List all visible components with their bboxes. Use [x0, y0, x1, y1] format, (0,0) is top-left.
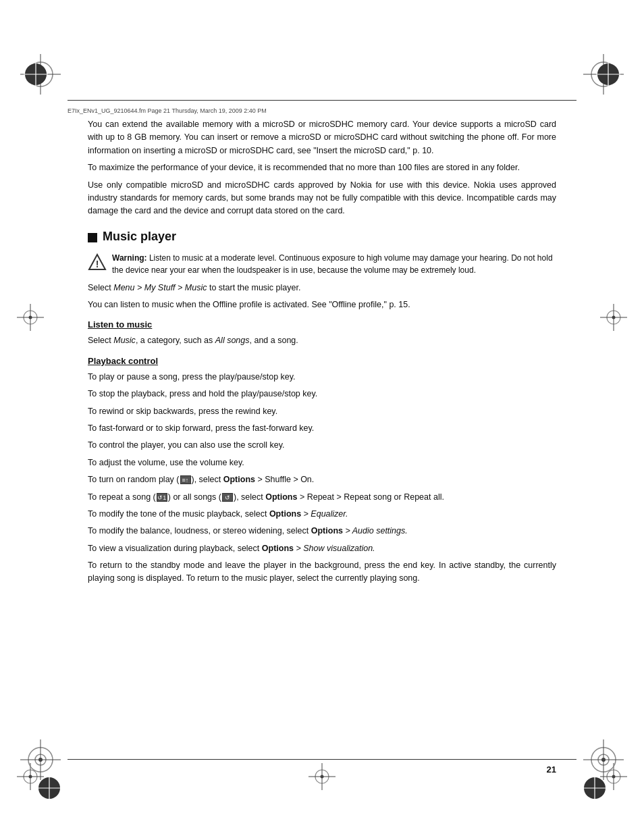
warning-text-block: Warning: Listen to music at a moderate l…	[112, 252, 556, 276]
shuffle-icon: ≡↑	[180, 475, 191, 484]
playback-line-1: To play or pause a song, press the play/…	[88, 371, 556, 384]
eq-options: Options	[269, 509, 301, 519]
svg-text:!: !	[96, 259, 99, 269]
repeat-all-icon: ↺	[222, 493, 233, 502]
page-number: 21	[547, 764, 556, 775]
music-player-heading: Music player	[88, 228, 556, 246]
visual-line: To view a visualization during playback,…	[88, 542, 556, 555]
side-mark-right	[600, 304, 627, 331]
main-content: You can extend the available memory with…	[88, 118, 556, 753]
header-bar-text: E7Ix_ENv1_UG_9210644.fm Page 21 Thursday…	[68, 107, 267, 114]
warning-body: Listen to music at a moderate level. Con…	[112, 253, 553, 275]
visual-end: > Show visualization.	[294, 544, 375, 553]
repeat-line: To repeat a song (↺1) or all songs (↺), …	[88, 491, 556, 504]
para3: Use only compatible microSD and microSDH…	[88, 179, 556, 218]
corner-mark-br	[583, 739, 624, 780]
para2: To maximize the performance of your devi…	[88, 161, 556, 174]
offline-note: You can listen to music when the Offline…	[88, 298, 556, 311]
audio-end: > Audio settings.	[343, 526, 408, 536]
repeat-song-icon: ↺1	[157, 493, 167, 502]
shuffle-options: Options	[223, 475, 255, 484]
audio-line: To modify the balance, loudness, or ster…	[88, 525, 556, 538]
music-label: Music	[113, 336, 136, 345]
eq-end: > Equalizer.	[301, 509, 348, 519]
visual-options: Options	[262, 544, 294, 553]
audio-options: Options	[311, 526, 343, 536]
playback-line-6: To adjust the volume, use the volume key…	[88, 457, 556, 469]
all-songs-label: All songs	[215, 336, 250, 345]
select-menu-path: Menu > My Stuff > Music	[113, 283, 207, 292]
corner-circle-tl	[24, 62, 48, 86]
playback-line-3: To rewind or skip backwards, press the r…	[88, 405, 556, 418]
warning-triangle-icon: !	[88, 253, 107, 272]
bottom-mark-center	[308, 763, 336, 790]
select-menu-line: Select Menu > My Stuff > Music to start …	[88, 282, 556, 294]
standby-text: To return to the standby mode and leave …	[88, 559, 556, 585]
side-mark-left	[17, 304, 44, 331]
listen-heading: Listen to music	[88, 318, 556, 332]
para1: You can extend the available memory with…	[88, 118, 556, 157]
corner-circle-tr	[596, 62, 620, 86]
warning-label: Warning:	[112, 253, 147, 263]
footer-line	[68, 759, 576, 760]
select-music-line: Select Music, a category, such as All so…	[88, 334, 556, 347]
corner-mark-bl	[20, 739, 61, 780]
page: E7Ix_ENv1_UG_9210644.fm Page 21 Thursday…	[0, 0, 644, 834]
warning-box: ! Warning: Listen to music at a moderate…	[88, 252, 556, 276]
shuffle-line: To turn on random play (≡↑), select Opti…	[88, 473, 556, 486]
playback-line-4: To fast-forward or to skip forward, pres…	[88, 422, 556, 435]
square-bullet-icon	[88, 233, 97, 242]
playback-heading: Playback control	[88, 355, 556, 368]
equalizer-line: To modify the tone of the music playback…	[88, 508, 556, 521]
header-bar: E7Ix_ENv1_UG_9210644.fm Page 21 Thursday…	[68, 100, 576, 115]
repeat-options: Options	[265, 492, 297, 502]
playback-line-5: To control the player, you can also use …	[88, 439, 556, 452]
playback-line-2: To stop the playback, press and hold the…	[88, 388, 556, 400]
